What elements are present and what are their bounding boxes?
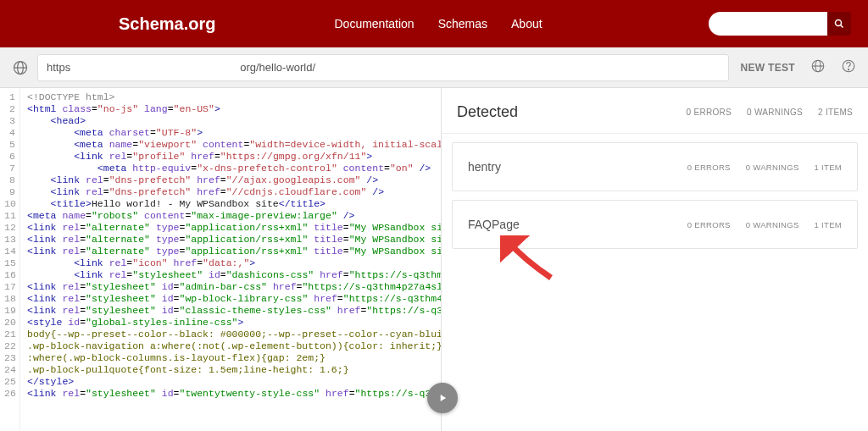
url-input[interactable]: httpsorg/hello-world/ — [37, 54, 729, 81]
search-wrap — [709, 12, 851, 36]
source-panel: 1234567891011121314151617181920212223242… — [0, 88, 441, 431]
row-errors: 0 ERRORS — [687, 220, 731, 229]
search-icon — [834, 19, 844, 29]
row-warnings: 0 WARNINGS — [746, 163, 799, 172]
svg-point-9 — [848, 69, 849, 69]
url-bar-actions: NEW TEST — [741, 58, 856, 77]
search-input[interactable] — [709, 12, 827, 36]
lang-button[interactable] — [810, 58, 826, 77]
help-icon — [841, 58, 856, 74]
search-button[interactable] — [827, 12, 851, 36]
summary-items: 2 ITEMS — [818, 108, 853, 117]
play-button[interactable] — [427, 383, 458, 413]
svg-line-1 — [841, 25, 843, 28]
nav-links: Documentation Schemas About — [334, 17, 542, 30]
globe-icon — [12, 59, 29, 76]
result-stats: 0 ERRORS 0 WARNINGS 1 ITEM — [687, 220, 842, 229]
play-icon — [437, 392, 448, 404]
top-header: Schema.org Documentation Schemas About — [0, 0, 868, 47]
row-warnings: 0 WARNINGS — [746, 220, 799, 229]
logo[interactable]: Schema.org — [119, 14, 215, 34]
result-name: hentry — [468, 160, 687, 174]
source-code[interactable]: <!DOCTYPE html><html class="no-js" lang=… — [20, 88, 441, 431]
nav-schemas[interactable]: Schemas — [438, 17, 487, 30]
results-panel: Detected 0 ERRORS 0 WARNINGS 2 ITEMS hen… — [441, 88, 868, 431]
row-items: 1 ITEM — [815, 220, 842, 229]
globe-outline-icon — [810, 58, 826, 74]
result-stats: 0 ERRORS 0 WARNINGS 1 ITEM — [687, 163, 842, 172]
url-scheme: https — [47, 61, 70, 74]
results-summary: 0 ERRORS 0 WARNINGS 2 ITEMS — [687, 108, 854, 117]
row-items: 1 ITEM — [815, 163, 842, 172]
result-row-hentry[interactable]: hentry 0 ERRORS 0 WARNINGS 1 ITEM — [452, 142, 858, 191]
nav-about[interactable]: About — [511, 17, 542, 30]
url-path: org/hello-world/ — [240, 61, 315, 74]
summary-errors: 0 ERRORS — [687, 108, 732, 117]
help-button[interactable] — [841, 58, 856, 77]
line-gutter: 1234567891011121314151617181920212223242… — [0, 88, 20, 431]
results-header: Detected 0 ERRORS 0 WARNINGS 2 ITEMS — [442, 88, 868, 134]
new-test-button[interactable]: NEW TEST — [741, 62, 795, 74]
row-errors: 0 ERRORS — [687, 163, 731, 172]
result-name: FAQPage — [468, 218, 687, 231]
results-title: Detected — [457, 103, 687, 121]
url-bar: httpsorg/hello-world/ NEW TEST — [0, 47, 868, 88]
summary-warnings: 0 WARNINGS — [747, 108, 803, 117]
svg-point-0 — [836, 20, 842, 26]
nav-documentation[interactable]: Documentation — [334, 17, 414, 30]
result-row-faqpage[interactable]: FAQPage 0 ERRORS 0 WARNINGS 1 ITEM — [452, 200, 858, 249]
